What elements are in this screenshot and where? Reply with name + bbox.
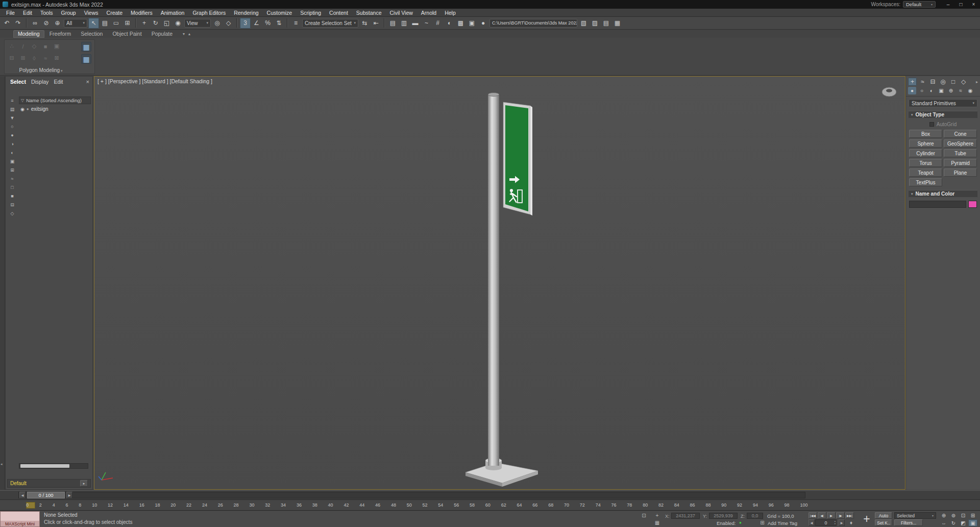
mirror-icon[interactable]: ⇆: [359, 18, 370, 29]
select-by-name-icon[interactable]: ▤: [100, 18, 110, 29]
show-helpers-icon[interactable]: ⊞: [9, 166, 16, 173]
tab-display[interactable]: Display: [29, 78, 51, 85]
large-plus-icon[interactable]: +: [860, 511, 874, 526]
menu-item[interactable]: Help: [440, 9, 460, 16]
viewport-label[interactable]: [ + ] [Perspective ] [Standard ] [Defaul…: [97, 78, 212, 84]
attach-icon[interactable]: ⊞: [19, 54, 27, 62]
close-icon[interactable]: ×: [85, 79, 90, 85]
render-setup-icon[interactable]: ▩: [455, 18, 466, 29]
next-frame-nudge[interactable]: ▶: [66, 492, 72, 498]
close-button[interactable]: ×: [967, 0, 980, 9]
spinner-snap-icon[interactable]: ⇅: [274, 18, 284, 29]
minimize-ribbon-icon[interactable]: ▴: [188, 32, 190, 36]
time-slider-thumb[interactable]: 0 / 100: [27, 492, 65, 498]
minimize-button[interactable]: –: [942, 0, 954, 9]
go-to-start-button[interactable]: |◀◀: [808, 512, 817, 519]
menu-item[interactable]: Customize: [263, 9, 297, 16]
current-frame-spinner[interactable]: 0 ▴▾: [815, 519, 837, 526]
y-coordinate-field[interactable]: 2529,939: [709, 513, 738, 519]
menu-item[interactable]: Group: [57, 9, 80, 16]
z-coordinate-field[interactable]: 0,0: [747, 513, 763, 519]
show-cameras-icon[interactable]: ▣: [9, 158, 16, 164]
window-crossing-icon[interactable]: ⊞: [122, 18, 133, 29]
named-selection-sets-dropdown[interactable]: Create Selection Set: [302, 19, 358, 28]
select-and-link-icon[interactable]: ∞: [30, 18, 40, 29]
object-type-rollout-header[interactable]: ▾ Object Type: [908, 111, 978, 118]
rectangular-selection-region-icon[interactable]: ▭: [111, 18, 121, 29]
object-type-button[interactable]: Sphere: [909, 139, 942, 148]
spinner-arrows-icon[interactable]: ▴▾: [835, 520, 836, 525]
scrollbar-thumb[interactable]: [20, 464, 69, 468]
explorer-menu-icon[interactable]: ≡: [9, 97, 16, 104]
toggle-ribbon-icon[interactable]: ▬: [410, 18, 421, 29]
render-production-icon[interactable]: ●: [478, 18, 488, 29]
menu-item[interactable]: Substance: [352, 9, 386, 16]
percent-snap-icon[interactable]: %: [262, 18, 273, 29]
camera-icon[interactable]: ▦: [612, 18, 623, 29]
tab-select[interactable]: Select: [8, 78, 29, 85]
menu-item[interactable]: Arnold: [417, 9, 440, 16]
selection-lock-toggle-icon[interactable]: ⊡: [640, 512, 648, 519]
show-lights-icon[interactable]: ◐: [9, 149, 16, 156]
border-mode-icon[interactable]: ◇: [30, 42, 38, 50]
primitive-category-dropdown[interactable]: Standard Primitives: [909, 99, 977, 107]
frame-back-nudge[interactable]: ◀: [808, 519, 815, 526]
menu-item[interactable]: Views: [80, 9, 103, 16]
select-and-move-icon[interactable]: +: [139, 18, 150, 29]
menu-item[interactable]: Create: [103, 9, 127, 16]
menu-item[interactable]: Modifiers: [127, 9, 157, 16]
toggle-command-panel-icon[interactable]: ▦: [81, 42, 91, 52]
select-and-scale-icon[interactable]: ◱: [161, 18, 172, 29]
orbit-icon[interactable]: ↻: [949, 519, 958, 526]
menu-item[interactable]: Content: [325, 9, 352, 16]
motion-tab-icon[interactable]: ◎: [939, 78, 947, 86]
redo-icon[interactable]: ↷: [13, 18, 23, 29]
menu-item[interactable]: Scripting: [296, 9, 325, 16]
create-tab-icon[interactable]: +: [908, 78, 917, 86]
cameras-category-icon[interactable]: ▣: [937, 87, 945, 94]
object-type-button[interactable]: Pyramid: [944, 159, 977, 167]
hide-none-icon[interactable]: ○: [9, 123, 16, 130]
curve-editor-icon[interactable]: ~: [421, 18, 432, 29]
undo-icon[interactable]: ↶: [2, 18, 12, 29]
zoom-all-icon[interactable]: ⊚: [949, 512, 958, 519]
show-groups-icon[interactable]: □: [9, 184, 16, 190]
slice-icon[interactable]: ⊠: [53, 54, 61, 62]
element-mode-icon[interactable]: ▣: [53, 42, 61, 50]
name-and-color-rollout-header[interactable]: ▾ Name and Color: [908, 190, 978, 198]
lights-category-icon[interactable]: ◐: [927, 87, 936, 94]
select-and-manipulate-icon[interactable]: ◇: [223, 18, 234, 29]
angle-snap-icon[interactable]: ∠: [251, 18, 262, 29]
object-type-button[interactable]: Torus: [909, 159, 942, 167]
toggle-scene-explorer-icon[interactable]: ▤: [387, 18, 398, 29]
monitor-gear-icon[interactable]: ▤: [601, 18, 611, 29]
panel-collapse-arrow-icon[interactable]: ◂: [1, 462, 3, 466]
add-time-tag-icon[interactable]: ⊞: [758, 519, 766, 526]
object-type-button[interactable]: Cylinder: [909, 149, 942, 157]
viewport-3d-canvas[interactable]: [94, 77, 905, 489]
unlink-selection-icon[interactable]: ⊘: [41, 18, 52, 29]
set-key-button[interactable]: Set K..: [875, 519, 892, 526]
snap-toggle-3d-icon[interactable]: 3: [240, 18, 251, 29]
utilities-tab-icon[interactable]: ◇: [959, 78, 968, 86]
add-time-tag-label[interactable]: Add Time Tag: [768, 520, 797, 526]
list-view-icon[interactable]: ▤: [9, 106, 16, 112]
tab-populate[interactable]: Populate: [147, 30, 177, 38]
select-object-icon[interactable]: ↖: [88, 18, 99, 29]
play-button[interactable]: ▶: [827, 512, 836, 519]
tab-edit[interactable]: Edit: [51, 78, 65, 85]
show-shapes-icon[interactable]: ◑: [9, 140, 16, 147]
modify-tab-icon[interactable]: ≈: [918, 78, 927, 86]
edge-mode-icon[interactable]: /: [19, 42, 27, 50]
panel-tabs-overflow-icon[interactable]: ▸: [976, 80, 978, 84]
navigation-puck-icon[interactable]: [882, 87, 896, 97]
zoom-extents-icon[interactable]: ⊡: [959, 512, 968, 519]
monitor-icon[interactable]: ▧: [578, 18, 589, 29]
sort-order-icon[interactable]: ▼: [9, 114, 16, 121]
tab-selection[interactable]: Selection: [76, 30, 107, 38]
geometry-category-icon[interactable]: ●: [908, 87, 916, 94]
object-type-button[interactable]: GeoSphere: [944, 139, 977, 148]
visibility-eye-icon[interactable]: ◉: [20, 107, 24, 112]
pick-parent-icon[interactable]: ◇: [9, 210, 16, 217]
object-type-button[interactable]: Tube: [944, 149, 977, 157]
